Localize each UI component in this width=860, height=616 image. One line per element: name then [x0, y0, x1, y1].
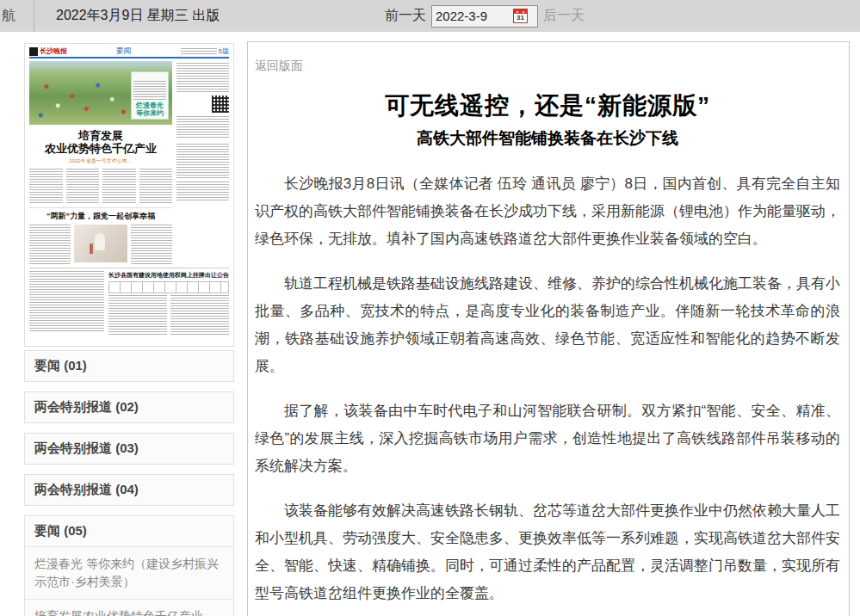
article-paragraph: 轨道工程机械是铁路基础设施线路建设、维修、养护的综合性机械化施工装备，具有小批量…	[255, 270, 840, 380]
thumbnail-photo-caption: 烂漫春光 等你来约	[131, 71, 169, 120]
thumbnail-text-columns	[29, 169, 172, 203]
sidebar-article-link[interactable]: 培育发展农业优势特色千亿产业	[25, 600, 233, 616]
next-day-button[interactable]: 后一天	[543, 7, 585, 25]
newspaper-name: 长沙晚报	[40, 46, 67, 56]
sidebar-section-04[interactable]: 两会特别报道 (04)	[24, 474, 234, 506]
article-panel: 返回版面 可无线遥控，还是“新能源版” 高铁大部件智能铺换装备在长沙下线 长沙晚…	[247, 41, 850, 616]
article-body: 长沙晚报3月8日讯（全媒体记者 伍玲 通讯员 廖宁）8日，国内首创、具有完全自主…	[255, 170, 840, 616]
publish-date-label: 2022年3月9日 星期三 出版	[56, 7, 220, 25]
article-paragraph: 据了解，该装备由中车时代电子和山河智能联合研制。双方紧扣“智能、安全、精准、绿色…	[255, 397, 840, 480]
thumbnail-notice-section: 长沙县国有建设用地使用权网上挂牌出让公告	[29, 268, 229, 336]
sidebar-article-link[interactable]: 烂漫春光 等你来约（建设乡村振兴示范市·乡村美景）	[25, 547, 233, 600]
article-paragraph: 该装备能够有效解决高速铁路长钢轨、岔芯等道岔大部件更换作业中仍然依赖大量人工和小…	[255, 497, 840, 607]
back-to-page-link[interactable]: 返回版面	[255, 59, 303, 74]
thumbnail-notice-table	[108, 281, 229, 293]
nav-toggle[interactable]: 航	[0, 0, 34, 32]
date-navigation: 前一天 31 后一天	[385, 5, 585, 28]
calendar-icon[interactable]: 31	[513, 9, 528, 23]
thumbnail-notice-headline: 长沙县国有建设用地使用权网上挂牌出让公告	[108, 271, 229, 280]
date-picker[interactable]: 31	[431, 5, 538, 28]
thumbnail-secondary-headline: “两新”力量，跟党一起创享幸福	[29, 211, 172, 222]
sidebar-section-01[interactable]: 要闻 (01)	[24, 350, 234, 382]
date-input[interactable]	[436, 9, 511, 23]
top-bar: 航 2022年3月9日 星期三 出版 前一天 31 后一天	[0, 0, 860, 32]
thumbnail-page-number: 5版	[219, 46, 229, 56]
thumbnail-main-headline: 培育发展 农业优势特色千亿产业	[29, 129, 172, 155]
qr-code-icon	[212, 95, 229, 113]
article-subtitle: 高铁大部件智能铺换装备在长沙下线	[255, 127, 840, 150]
nav-toggle-label: 航	[2, 7, 15, 25]
thumbnail-aerial-photo: 烂漫春光 等你来约	[29, 61, 172, 125]
thumbnail-right-column	[176, 61, 229, 264]
sidebar-section-03[interactable]: 两会特别报道 (03)	[24, 433, 234, 465]
thumbnail-secondary-article: “两新”力量，跟党一起创享幸福	[29, 207, 172, 264]
page-thumbnail[interactable]: 长沙晚报 要闻 5版 烂漫春光 等你来约 培育发展 农业优势特色千亿产业	[24, 43, 234, 347]
thumbnail-section-label: 要闻	[67, 46, 181, 57]
thumbnail-masthead-meta: 5版	[181, 46, 229, 56]
article-title: 可无线遥控，还是“新能源版”	[255, 89, 840, 122]
newspaper-logo-icon	[29, 47, 38, 56]
prev-day-button[interactable]: 前一天	[385, 7, 426, 25]
sidebar-section-05[interactable]: 要闻 (05)	[25, 516, 233, 547]
sidebar: 长沙晚报 要闻 5版 烂漫春光 等你来约 培育发展 农业优势特色千亿产业	[24, 43, 234, 616]
sidebar-section-02[interactable]: 两会特别报道 (02)	[24, 391, 234, 423]
thumbnail-worker-photo	[74, 225, 127, 262]
thumbnail-subheadline: 2022年省委一号文件公布…	[29, 157, 172, 165]
sidebar-section-05-group: 要闻 (05) 烂漫春光 等你来约（建设乡村振兴示范市·乡村美景） 培育发展农业…	[24, 515, 234, 616]
thumbnail-masthead: 长沙晚报 要闻 5版	[29, 47, 229, 59]
article-paragraph: 长沙晚报3月8日讯（全媒体记者 伍玲 通讯员 廖宁）8日，国内首创、具有完全自主…	[255, 170, 840, 253]
